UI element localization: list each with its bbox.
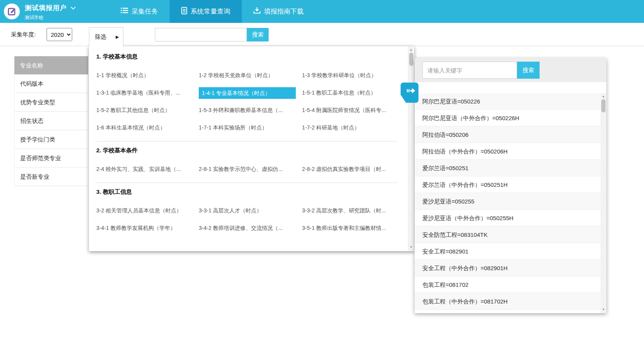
expand-arrow-icon [406, 87, 416, 94]
year-label: 采集年度: [11, 23, 36, 46]
attribute-table-header: 专业名称 [14, 56, 88, 74]
app-logo-icon [4, 3, 20, 19]
filter-item[interactable]: 3-2 相关管理人员基本信息（时点） [96, 202, 199, 219]
filter-item[interactable]: 2-8-2 虚拟仿真实验教学项目（时... [302, 160, 398, 178]
topbar: 测试填报用户 测试学校 采集任务系统常量查询填报指南下载 [0, 0, 644, 23]
section-items-grid: 2-4 校外实习、实践、实训基地（...2-8-1 实验教学示范中心、虚拟仿..… [96, 160, 398, 178]
user-menu[interactable]: 测试填报用户 测试学校 [25, 3, 76, 21]
nav-item-1[interactable]: 采集任务 [109, 0, 170, 23]
main-search-input[interactable] [155, 28, 247, 41]
main-search-button[interactable]: 搜索 [247, 28, 269, 41]
constant-item[interactable]: 爱尔兰语（中外合作）=050251H [415, 176, 601, 193]
section-items-grid: 3-2 相关管理人员基本信息（时点）3-3-1 高层次人才（时点）3-3-2 高… [96, 202, 398, 237]
scroll-up-icon[interactable]: ▲ [408, 48, 414, 52]
constants-panel: 搜索 阿尔巴尼亚语=050226阿尔巴尼亚语（中外合作）=050226H阿拉伯语… [415, 58, 606, 313]
constant-item[interactable]: 爱沙尼亚语=050255 [415, 193, 601, 210]
filter-panel-scrollbar[interactable]: ▲ ▼ [408, 47, 414, 251]
scroll-down-icon[interactable]: ▼ [601, 308, 606, 312]
section-title: 2. 学校基本条件 [96, 147, 398, 154]
main-nav: 采集任务系统常量查询填报指南下载 [109, 0, 315, 23]
year-select[interactable]: 2020 [47, 28, 72, 41]
filter-item[interactable]: 1-6 本科生基本情况（时点） [96, 119, 199, 136]
filter-item[interactable]: 1-5-4 附属医院师资情况（医科专... [302, 102, 398, 119]
constant-item[interactable]: 包装工程（中外合作）=081702H [415, 293, 601, 310]
sidebar-row[interactable]: 代码版本 [15, 74, 88, 93]
filter-arrow-icon: ▶ [116, 34, 119, 40]
download-icon [253, 7, 260, 16]
nav-item-label: 填报指南下载 [264, 7, 304, 16]
filter-item[interactable]: 1-5-2 教职工其他信息（时点） [96, 102, 199, 119]
sidebar-row[interactable]: 是否新专业 [15, 167, 88, 186]
constant-item[interactable]: 阿拉伯语=050206 [415, 126, 601, 143]
filter-item[interactable]: 3-4-1 教师教学发展机构（学年） [96, 219, 199, 237]
constant-item[interactable]: 阿尔巴尼亚语（中外合作）=050226H [415, 110, 601, 126]
section-items-grid: 1-1 学校概况（时点）1-2 学校相关党政单位（时点）1-3 学校教学科研单位… [96, 67, 398, 136]
constant-item[interactable]: 包装工程=081702 [415, 276, 601, 293]
user-school: 测试学校 [25, 14, 76, 21]
section-title: 1. 学校基本信息 [96, 53, 398, 60]
attribute-table: 专业名称 代码版本优势专业类型招生状态授予学位门类是否师范类专业是否新专业 [14, 56, 88, 186]
toolbar: 采集年度: 2020 筛选 ▶ 搜索 [0, 23, 644, 46]
document-icon [181, 7, 187, 16]
filter-item[interactable]: 1-3 学校教学科研单位（时点） [302, 67, 398, 84]
scrollbar-thumb[interactable] [409, 53, 413, 66]
filter-item[interactable]: 3-3-1 高层次人才（时点） [199, 202, 302, 219]
filter-item[interactable]: 2-4 校外实习、实践、实训基地（... [96, 160, 199, 178]
filter-item[interactable]: 1-7-2 科研基地（时点） [302, 119, 398, 136]
constant-item[interactable]: 安全防范工程=083104TK [415, 226, 601, 243]
section-divider [96, 183, 398, 183]
sidebar-row[interactable]: 是否师范类专业 [15, 149, 88, 167]
sidebar-row[interactable]: 招生状态 [15, 112, 88, 130]
sidebar-row[interactable]: 优势专业类型 [15, 93, 88, 112]
constant-item[interactable]: 爱沙尼亚语（中外合作）=050255H [415, 210, 601, 226]
filter-item[interactable]: 1-1 学校概况（时点） [96, 67, 199, 84]
scrollbar-thumb[interactable] [601, 99, 606, 112]
constant-item[interactable]: 阿拉伯语（中外合作）=050206H [415, 143, 601, 160]
section-title: 3. 教职工信息 [96, 188, 398, 196]
filter-item[interactable]: 2-8-1 实验教学示范中心、虚拟仿... [199, 160, 302, 178]
filter-item[interactable]: 1-3-1 临床教学基地（医科专用、... [96, 84, 199, 102]
nav-item-3[interactable]: 填报指南下载 [242, 0, 315, 23]
filter-item[interactable]: 3-4-2 教师培训进修、交流情况（... [199, 219, 302, 237]
keyword-search-input[interactable] [422, 62, 517, 79]
scroll-down-icon[interactable]: ▼ [408, 245, 414, 249]
nav-item-label: 采集任务 [132, 7, 158, 16]
constant-item[interactable]: 安全工程=082901 [415, 243, 601, 260]
constants-search-bar: 搜索 [415, 58, 606, 82]
filter-item[interactable]: 1-5-3 外聘和兼职教师基本信息（... [199, 102, 302, 119]
nav-item-2[interactable]: 系统常量查询 [170, 0, 242, 23]
scroll-up-icon[interactable]: ▲ [601, 95, 606, 98]
filter-panel: 1. 学校基本信息1-1 学校概况（时点）1-2 学校相关党政单位（时点）1-3… [89, 46, 414, 251]
sidebar-row[interactable]: 授予学位门类 [15, 130, 88, 149]
filter-item[interactable]: 1-7-1 本科实验场所（时点） [199, 119, 302, 136]
filter-item-selected[interactable]: 1-4-1 专业基本情况（时点） [199, 84, 302, 102]
constants-scrollbar[interactable]: ▲ ▼ [601, 93, 606, 313]
list-icon [121, 7, 128, 16]
constant-item[interactable]: 安全工程（中外合作）=082901H [415, 260, 601, 276]
constant-item[interactable]: 爱尔兰语=050251 [415, 160, 601, 176]
constant-item[interactable]: 阿尔巴尼亚语=050226 [415, 93, 601, 110]
section-divider [96, 141, 398, 141]
chevron-down-icon [71, 7, 76, 10]
filter-item[interactable]: 3-5-1 教师出版专著和主编教材情... [302, 219, 398, 237]
filter-item[interactable]: 1-2 学校相关党政单位（时点） [199, 67, 302, 84]
constants-list: 阿尔巴尼亚语=050226阿尔巴尼亚语（中外合作）=050226H阿拉伯语=05… [415, 93, 601, 310]
filter-item[interactable]: 3-3-2 高层次教学、研究团队（时... [302, 202, 398, 219]
filter-item[interactable]: 1-5-1 教职工基本信息（时点） [302, 84, 398, 102]
keyword-search-button[interactable]: 搜索 [517, 62, 540, 79]
user-name: 测试填报用户 [25, 3, 67, 12]
filter-tab[interactable]: 筛选 ▶ [89, 27, 123, 47]
nav-item-label: 系统常量查询 [191, 7, 230, 16]
filter-tab-label: 筛选 [95, 33, 106, 41]
attribute-rows: 代码版本优势专业类型招生状态授予学位门类是否师范类专业是否新专业 [14, 74, 88, 186]
